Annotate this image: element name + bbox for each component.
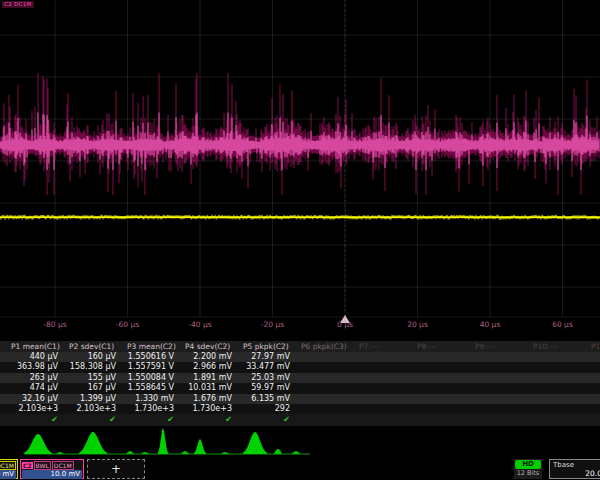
measurement-cell (358, 362, 416, 372)
measurement-cell: 440 µV (10, 352, 68, 362)
timebase-label: Tbase (550, 460, 600, 469)
measurement-cell (532, 373, 590, 383)
measurement-column-header[interactable]: P4 sdev(C2) (184, 341, 242, 352)
channel-descriptor-c2[interactable]: C2 BWL DC1M 10.0 mV (20, 459, 84, 479)
measurement-cell: 1.330 mV (126, 394, 184, 404)
measurement-column-header[interactable]: P6 pkpk(C3) (300, 341, 358, 352)
time-axis-label: 0 µs (337, 320, 353, 329)
time-axis-label: -20 µs (261, 320, 284, 329)
measurement-cell: 6.135 mV (242, 394, 300, 404)
time-axis-label: -60 µs (116, 320, 139, 329)
measurement-table: P1 mean(C1)P2 sdev(C1)P3 mean(C2)P4 sdev… (0, 341, 600, 426)
measurement-cell (590, 404, 600, 414)
time-axis-label: 40 µs (480, 320, 501, 329)
measurement-status-check (416, 414, 474, 426)
measurement-cell: 155 µV (68, 373, 126, 383)
c2-volts-per-div[interactable]: 10.0 mV (22, 470, 82, 479)
trace-label-c2: C2 DC1M (2, 1, 34, 8)
measurement-cell: 2.103e+3 (68, 404, 126, 414)
channel-descriptor-c1[interactable]: DC1M 10.0 mV (0, 459, 18, 479)
histogram-icons (0, 428, 600, 460)
measurement-status-check: ✔ (242, 414, 300, 426)
measurement-status-check (474, 414, 532, 426)
measurement-cell (474, 394, 532, 404)
measurement-status-row: ✔✔✔✔✔ (0, 414, 600, 426)
time-axis-label: -80 µs (43, 320, 66, 329)
measurement-cell: 2.966 mV (184, 362, 242, 372)
measurement-cell: 2.200 mV (184, 352, 242, 362)
waveform-grid[interactable]: C2 DC1M -100 µs-80 µs-60 µs-40 µs-20 µs0… (0, 0, 600, 332)
measurement-histicon (243, 432, 267, 454)
measurement-row: 2.103e+32.103e+31.730e+31.730e+3292 (0, 404, 600, 414)
measurement-cell (590, 383, 600, 393)
measurement-cell: 33.477 mV (242, 362, 300, 372)
c1-coupling-badge: DC1M (0, 461, 16, 470)
measurement-cell: 1.730e+3 (126, 404, 184, 414)
measurement-cell (300, 404, 358, 414)
measurement-cell (532, 394, 590, 404)
measurement-cell (532, 362, 590, 372)
time-axis-label: 60 µs (552, 320, 573, 329)
measurement-histicon (194, 439, 206, 454)
measurement-cell (532, 404, 590, 414)
measurement-cell (358, 352, 416, 362)
measurement-cell: 1.399 µV (68, 394, 126, 404)
measurement-histicon (24, 434, 52, 454)
measurement-column-header[interactable]: P11:--- (590, 341, 600, 352)
measurement-cell (300, 373, 358, 383)
measurement-cell: 1.676 mV (184, 394, 242, 404)
add-channel-button[interactable]: + (87, 459, 145, 479)
measurement-cell: 263 µV (10, 373, 68, 383)
measurement-cell (474, 362, 532, 372)
measurement-cell (416, 373, 474, 383)
measurement-column-header[interactable]: P2 sdev(C1) (68, 341, 126, 352)
measurement-column-header[interactable]: P5 pkpk(C2) (242, 341, 300, 352)
c1-volts-per-div[interactable]: 10.0 mV (0, 470, 16, 479)
measurement-cell: 25.03 mV (242, 373, 300, 383)
measurement-cell: 167 µV (68, 383, 126, 393)
measurement-cell: 59.97 mV (242, 383, 300, 393)
measurement-row: 363.98 µV158.308 µV1.557591 V2.966 mV33.… (0, 362, 600, 372)
measurement-cell: 1.891 mV (184, 373, 242, 383)
measurement-column-header[interactable]: P8:--- (416, 341, 474, 352)
measurement-column-header[interactable]: P10:--- (532, 341, 590, 352)
measurement-cell (416, 404, 474, 414)
measurement-cell (358, 404, 416, 414)
measurement-cell: 32.16 µV (10, 394, 68, 404)
measurement-cell (300, 362, 358, 372)
histicon-canvas (0, 428, 600, 460)
c2-coupling-badge: DC1M (52, 461, 74, 470)
c2-bwl-badge: BWL (34, 461, 51, 470)
measurement-status-check: ✔ (68, 414, 126, 426)
measurement-cell (532, 352, 590, 362)
measurement-status-check (532, 414, 590, 426)
measurement-column-header[interactable]: P1 mean(C1) (10, 341, 68, 352)
time-axis-label: 20 µs (407, 320, 428, 329)
measurement-cell: 1.550084 V (126, 373, 184, 383)
measurement-cell: 363.98 µV (10, 362, 68, 372)
measurement-status-check: ✔ (10, 414, 68, 426)
measurement-row: 474 µV167 µV1.558645 V10.031 mV59.97 mV (0, 383, 600, 393)
timebase-descriptor[interactable]: Tbase 20.0 µs (549, 459, 600, 479)
measurement-row: 32.16 µV1.399 µV1.330 mV1.676 mV6.135 mV (0, 394, 600, 404)
measurement-cell: 2.103e+3 (10, 404, 68, 414)
measurement-status-check: ✔ (184, 414, 242, 426)
measurement-status-check (358, 414, 416, 426)
measurement-status-check (300, 414, 358, 426)
measurement-cell (590, 352, 600, 362)
hd-mode-indicator[interactable]: HD 12 Bits (514, 459, 542, 479)
descriptor-bar: DC1M 10.0 mV C2 BWL DC1M 10.0 mV + HD 12… (0, 459, 600, 480)
timebase-value: 20.0 µs (550, 469, 600, 478)
measurement-column-header[interactable]: P9:--- (474, 341, 532, 352)
measurement-cell (416, 352, 474, 362)
measurement-histicon (79, 432, 107, 454)
measurement-cell: 1.730e+3 (184, 404, 242, 414)
measurement-row: 263 µV155 µV1.550084 V1.891 mV25.03 mV (0, 373, 600, 383)
measurement-cell (358, 383, 416, 393)
measurement-header-row: P1 mean(C1)P2 sdev(C1)P3 mean(C2)P4 sdev… (0, 341, 600, 352)
measurement-column-header[interactable]: P3 mean(C2) (126, 341, 184, 352)
measurement-column-header[interactable]: P7:--- (358, 341, 416, 352)
measurement-cell (590, 362, 600, 372)
measurement-status-check (590, 414, 600, 426)
time-axis-label: -40 µs (188, 320, 211, 329)
